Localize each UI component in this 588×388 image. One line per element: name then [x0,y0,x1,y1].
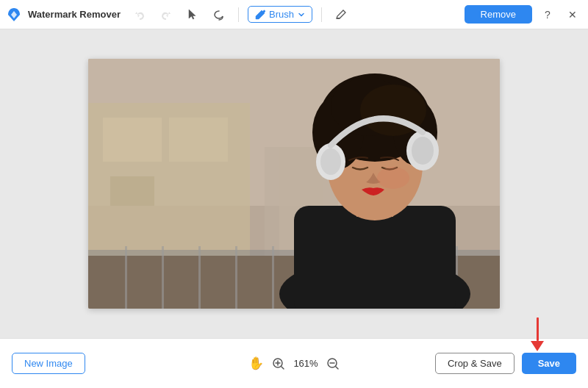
remove-button[interactable]: Remove [465,5,532,24]
zoom-out-icon [326,357,340,370]
arrow-shaft [537,317,539,341]
zoom-level: 161% [292,358,320,369]
svg-rect-15 [272,246,274,309]
close-button[interactable]: ✕ [563,5,582,24]
zoom-in-icon [272,357,285,370]
svg-rect-12 [162,246,164,309]
new-image-button[interactable]: New Image [12,353,85,374]
lasso-icon [213,9,225,21]
select-tool-button[interactable] [182,4,203,25]
bottom-bar: New Image ✋ 161% Crop & Save [0,338,588,388]
help-icon: ? [545,9,551,21]
zoom-controls: ✋ 161% [246,354,342,373]
svg-line-41 [336,367,338,369]
svg-line-38 [282,367,284,369]
remove-label: Remove [481,9,516,20]
hand-icon: ✋ [248,356,264,371]
zoom-out-button[interactable] [324,355,342,373]
svg-rect-22 [294,206,456,309]
svg-rect-6 [110,176,154,206]
close-icon: ✕ [568,9,577,21]
svg-rect-5 [169,118,228,162]
new-image-label: New Image [24,358,73,369]
help-button[interactable]: ? [538,5,557,24]
eraser-button[interactable] [331,4,351,25]
save-label: Save [538,358,560,369]
lasso-button[interactable] [209,4,229,25]
svg-point-34 [377,167,409,189]
svg-rect-13 [198,246,201,309]
arrow-indicator [531,317,544,351]
arrow-head [531,341,544,351]
save-button[interactable]: Save [522,353,576,374]
title-bar: Watermark Remover Brush [0,0,588,29]
svg-rect-4 [103,118,162,162]
photo-image [88,59,500,309]
brush-label: Brush [269,9,294,20]
select-icon [187,9,198,21]
zoom-in-button[interactable] [270,355,287,373]
chevron-down-icon [298,11,305,18]
separator-1 [238,7,239,22]
redo-icon [160,9,172,21]
undo-button[interactable] [129,4,150,25]
crop-save-label: Crop & Save [448,358,502,369]
separator-2 [321,7,322,22]
svg-rect-14 [235,246,237,309]
eraser-icon [335,9,347,21]
image-container[interactable] [88,59,500,309]
svg-point-31 [320,148,341,175]
canvas-area [0,29,588,338]
hand-tool-button[interactable]: ✋ [246,354,265,373]
brush-icon [255,10,265,20]
brush-button[interactable]: Brush [248,6,312,23]
crop-save-button[interactable]: Crop & Save [435,353,514,374]
redo-button[interactable] [156,4,176,25]
app-logo-icon [6,7,22,23]
undo-icon [134,9,146,21]
svg-point-33 [412,137,434,165]
svg-rect-11 [125,246,127,309]
right-buttons: Crop & Save Save [435,353,576,374]
app-title: Watermark Remover [28,9,121,20]
